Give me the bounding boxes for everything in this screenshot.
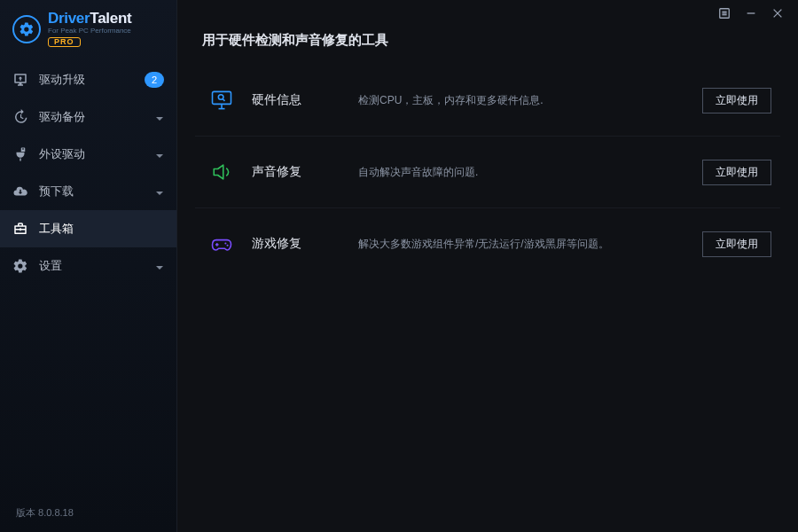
monitor-up-icon [12,72,28,88]
gamepad-icon [204,226,239,262]
sidebar-item-label: 外设驱动 [39,146,85,162]
tool-desc: 自动解决声音故障的问题. [358,165,702,180]
sidebar-item-label: 工具箱 [39,221,74,237]
chevron-down-icon [155,262,164,270]
update-count-badge: 2 [145,72,164,88]
tool-name: 声音修复 [252,164,358,180]
svg-point-14 [224,243,226,245]
toolbox-icon [12,221,28,237]
app-subtitle: For Peak PC Performance [48,27,131,35]
svg-point-10 [218,95,223,100]
sidebar-item-label: 驱动备份 [39,109,85,125]
minimize-icon[interactable] [743,5,759,21]
menu-icon[interactable] [716,5,732,21]
svg-line-11 [223,99,224,101]
svg-rect-7 [213,91,231,104]
use-now-button[interactable]: 立即使用 [702,88,771,113]
sidebar-item-driver-update[interactable]: 驱动升级 2 [0,61,176,98]
sidebar-item-settings[interactable]: 设置 [0,247,176,285]
sidebar-item-predownload[interactable]: 预下载 [0,173,176,210]
monitor-search-icon [204,82,239,118]
sidebar-item-peripheral-drivers[interactable]: 外设驱动 [0,136,176,173]
tool-desc: 检测CPU，主板，内存和更多硬件信息. [358,93,702,108]
tool-row-hardware-info: 硬件信息 检测CPU，主板，内存和更多硬件信息. 立即使用 [195,65,780,137]
tool-name: 硬件信息 [252,92,358,108]
app-title-word1: Driver [48,10,90,27]
chevron-down-icon [155,150,164,159]
cloud-download-icon [12,184,28,200]
app-title: DriverTalent [48,11,131,26]
tool-list: 硬件信息 检测CPU，主板，内存和更多硬件信息. 立即使用 声音修复 自动解决声… [177,65,798,279]
gear-icon [12,15,41,43]
sidebar-item-label: 预下载 [39,184,74,200]
chevron-down-icon [155,113,164,121]
sidebar-item-driver-backup[interactable]: 驱动备份 [0,98,176,136]
tool-name: 游戏修复 [252,236,358,252]
sidebar-nav: 驱动升级 2 驱动备份 外设驱动 预下载 [0,61,176,496]
sidebar-item-label: 设置 [39,258,62,274]
window-controls [704,0,798,27]
speaker-icon [204,154,239,190]
sidebar-item-label: 驱动升级 [39,72,85,88]
chevron-down-icon [155,187,164,196]
pro-badge: PRO [48,37,81,47]
tool-row-sound-repair: 声音修复 自动解决声音故障的问题. 立即使用 [195,137,780,208]
tool-desc: 解决大多数游戏组件异常/无法运行/游戏黑屏等问题。 [358,237,702,252]
use-now-button[interactable]: 立即使用 [702,231,771,257]
main-area: 用于硬件检测和声音修复的工具 硬件信息 检测CPU，主板，内存和更多硬件信息. … [177,0,798,532]
app-title-word2: Talent [90,10,131,27]
svg-point-15 [227,245,229,246]
sidebar-item-toolbox[interactable]: 工具箱 [0,210,176,247]
app-logo: DriverTalent For Peak PC Performance PRO [0,0,176,56]
usb-icon [12,146,28,162]
clock-backup-icon [12,109,28,125]
use-now-button[interactable]: 立即使用 [702,160,771,185]
settings-gear-icon [12,258,28,274]
close-icon[interactable] [770,5,786,21]
version-label: 版本 8.0.8.18 [0,496,176,532]
tool-row-game-repair: 游戏修复 解决大多数游戏组件异常/无法运行/游戏黑屏等问题。 立即使用 [195,208,780,279]
sidebar: DriverTalent For Peak PC Performance PRO… [0,0,177,532]
